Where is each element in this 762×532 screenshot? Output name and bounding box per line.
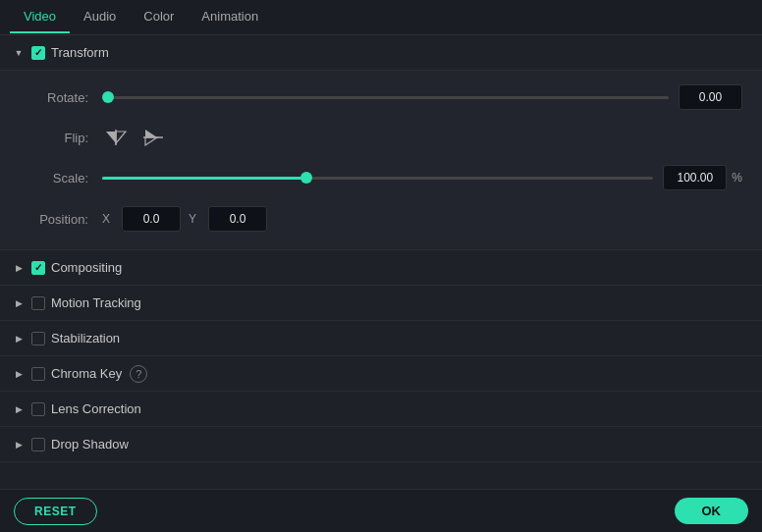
stabilization-arrow-icon: ▶ — [12, 332, 26, 346]
tab-audio[interactable]: Audio — [70, 1, 130, 33]
flip-icons-group — [102, 126, 167, 149]
scale-slider[interactable] — [102, 177, 653, 180]
section-transform-header[interactable]: ▼ Transform — [0, 35, 762, 71]
lens-correction-title: Lens Correction — [51, 401, 141, 416]
scale-row: Scale: 100.00 % — [20, 165, 742, 190]
position-y-label: Y — [189, 212, 196, 226]
scale-unit: % — [732, 171, 742, 185]
transform-body: Rotate: 0.00 Flip: — [0, 71, 762, 250]
lens-correction-arrow-icon: ▶ — [12, 402, 26, 416]
drop-shadow-title: Drop Shadow — [51, 437, 129, 452]
drop-shadow-checkbox[interactable] — [31, 438, 45, 452]
flip-row: Flip: — [20, 126, 742, 149]
rotate-label: Rotate: — [20, 90, 88, 105]
chroma-key-checkbox[interactable] — [31, 367, 45, 381]
rotate-row: Rotate: 0.00 — [20, 84, 742, 110]
compositing-checkbox[interactable] — [31, 261, 45, 275]
lens-correction-checkbox[interactable] — [31, 402, 45, 416]
rotate-slider[interactable] — [102, 96, 669, 99]
section-stabilization-header[interactable]: ▶ Stabilization — [0, 321, 762, 356]
motion-tracking-title: Motion Tracking — [51, 295, 141, 310]
position-label: Position: — [20, 212, 88, 227]
section-chroma-key-header[interactable]: ▶ Chroma Key ? — [0, 356, 762, 392]
content-area: ▼ Transform Rotate: 0.00 Flip: — [0, 35, 762, 489]
section-lens-correction-header[interactable]: ▶ Lens Correction — [0, 392, 762, 427]
ok-button[interactable]: OK — [675, 498, 749, 524]
scale-label: Scale: — [20, 171, 88, 186]
flip-vertical-button[interactable] — [139, 126, 167, 149]
stabilization-checkbox[interactable] — [31, 332, 45, 346]
svg-marker-0 — [106, 132, 116, 143]
stabilization-title: Stabilization — [51, 331, 120, 346]
section-drop-shadow-header[interactable]: ▶ Drop Shadow — [0, 427, 762, 462]
motion-tracking-arrow-icon: ▶ — [12, 296, 26, 310]
motion-tracking-checkbox[interactable] — [31, 296, 45, 310]
chroma-key-help-icon[interactable]: ? — [130, 365, 147, 383]
chroma-key-title: Chroma Key — [51, 366, 122, 381]
rotate-value[interactable]: 0.00 — [679, 84, 742, 110]
svg-marker-2 — [116, 132, 126, 143]
section-motion-tracking-header[interactable]: ▶ Motion Tracking — [0, 286, 762, 321]
svg-marker-3 — [145, 130, 157, 137]
scale-value[interactable]: 100.00 — [663, 165, 727, 190]
svg-marker-5 — [145, 137, 157, 145]
tab-video[interactable]: Video — [10, 1, 70, 33]
reset-button[interactable]: RESET — [14, 498, 97, 525]
chroma-key-arrow-icon: ▶ — [12, 367, 26, 381]
transform-arrow-icon: ▼ — [12, 46, 26, 60]
bottom-bar: RESET OK — [0, 489, 762, 532]
compositing-arrow-icon: ▶ — [12, 261, 26, 275]
flip-label: Flip: — [20, 131, 88, 145]
transform-checkbox[interactable] — [31, 46, 45, 60]
position-fields: X 0.0 Y 0.0 — [102, 206, 267, 232]
position-x-label: X — [102, 212, 110, 226]
tab-color[interactable]: Color — [130, 1, 188, 33]
position-row: Position: X 0.0 Y 0.0 — [20, 206, 742, 232]
drop-shadow-arrow-icon: ▶ — [12, 438, 26, 452]
position-x-input[interactable]: 0.0 — [122, 206, 181, 232]
section-compositing-header[interactable]: ▶ Compositing — [0, 250, 762, 286]
transform-title: Transform — [51, 45, 109, 60]
flip-horizontal-button[interactable] — [102, 126, 130, 149]
tab-bar: Video Audio Color Animation — [0, 0, 762, 35]
tab-animation[interactable]: Animation — [188, 1, 272, 33]
compositing-title: Compositing — [51, 260, 122, 275]
position-y-input[interactable]: 0.0 — [208, 206, 267, 232]
